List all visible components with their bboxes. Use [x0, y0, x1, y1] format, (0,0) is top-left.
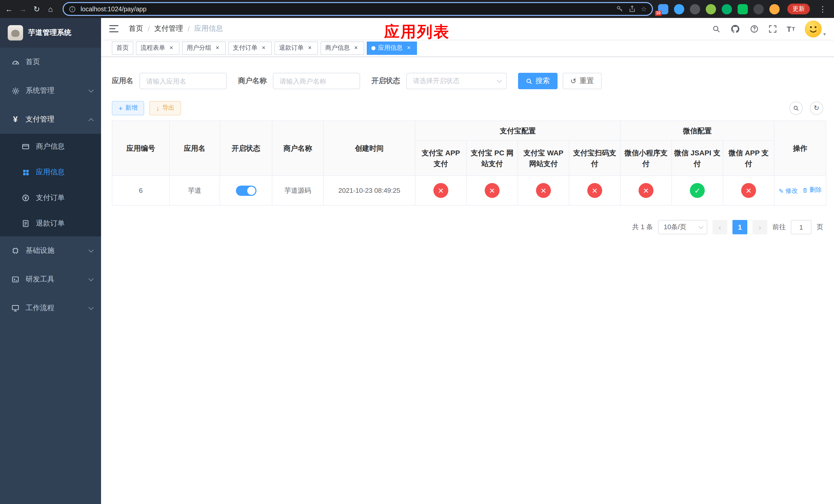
close-icon[interactable]: × — [168, 44, 175, 51]
reset-button[interactable]: ↺ 重置 — [563, 73, 601, 89]
col-alipay-app: 支付宝 APP 支付 — [415, 141, 466, 176]
wechat-mini-status-icon: ✕ — [639, 183, 654, 198]
refresh-icon: ↻ — [814, 104, 819, 112]
sidebar-item-dev-tools[interactable]: 研发工具 — [0, 265, 101, 294]
address-bar[interactable]: localhost:1024/pay/app ☆ — [63, 2, 653, 16]
sidebar-item-app-info[interactable]: 应用信息 — [0, 159, 101, 185]
logo-image — [8, 25, 23, 41]
download-icon: ↓ — [156, 104, 159, 112]
user-avatar[interactable]: ▾ — [805, 20, 826, 37]
col-wechat-app: 微信 APP 支付 — [723, 141, 774, 176]
tag-tabs-bar: 首页 流程表单 × 用户分组 × 支付订单 × 退款订单 × 商户信息 × 应用… — [101, 40, 834, 57]
site-info-icon[interactable] — [69, 5, 76, 13]
chevron-down-icon — [88, 247, 94, 252]
extension-icon[interactable] — [753, 4, 764, 14]
fullscreen-icon[interactable] — [768, 24, 777, 33]
status-toggle[interactable] — [236, 185, 256, 196]
extension-icon[interactable]: 10 — [658, 4, 668, 14]
extension-icon[interactable] — [738, 4, 748, 14]
app-logo[interactable]: 芋道管理系统 — [0, 18, 101, 48]
share-icon[interactable] — [629, 5, 636, 13]
page-unit-label: 页 — [816, 223, 823, 232]
reload-button[interactable]: ↻ — [30, 2, 44, 16]
extension-icon[interactable] — [690, 4, 700, 14]
cell-actions: ✎ 修改 删除 — [774, 176, 826, 205]
back-button[interactable]: ← — [2, 2, 16, 16]
goto-page-input[interactable] — [791, 220, 811, 234]
tab-home[interactable]: 首页 — [112, 41, 133, 54]
status-label: 开启状态 — [371, 76, 400, 86]
col-merchant: 商户名称 — [272, 121, 323, 176]
close-icon[interactable]: × — [260, 44, 267, 51]
url-text[interactable]: localhost:1024/pay/app — [81, 5, 612, 13]
col-actions: 操作 — [774, 121, 826, 176]
help-icon[interactable] — [750, 24, 758, 33]
tab-app-info[interactable]: 应用信息 × — [367, 41, 417, 54]
tab-process-form[interactable]: 流程表单 × — [136, 41, 179, 54]
page-1-button[interactable]: 1 — [732, 220, 747, 234]
home-button[interactable]: ⌂ — [44, 2, 58, 16]
prev-page-button[interactable]: ‹ — [712, 220, 727, 234]
sidebar-item-refund-orders[interactable]: 退款订单 — [0, 211, 101, 236]
search-icon[interactable] — [712, 24, 720, 33]
breadcrumb-home[interactable]: 首页 — [129, 24, 143, 33]
col-group-wechat: 微信配置 — [620, 121, 774, 141]
toggle-search-button[interactable] — [789, 101, 803, 115]
col-group-alipay: 支付宝配置 — [415, 121, 620, 141]
close-icon[interactable]: × — [214, 44, 221, 51]
chevron-down-icon — [698, 224, 703, 229]
add-button[interactable]: + 新增 — [112, 101, 144, 115]
extension-icon[interactable] — [706, 4, 716, 14]
forward-button[interactable]: → — [16, 2, 30, 16]
close-icon[interactable]: × — [306, 44, 313, 51]
extension-icon[interactable] — [722, 4, 732, 14]
status-select[interactable]: 请选择开启状态 — [406, 73, 507, 89]
extension-icon[interactable] — [674, 4, 684, 14]
sidebar-item-payment-orders[interactable]: 支付订单 — [0, 185, 101, 211]
app-title: 芋道管理系统 — [28, 28, 71, 38]
extension-icon[interactable] — [769, 4, 780, 14]
sidebar-item-merchant-info[interactable]: 商户信息 — [0, 134, 101, 159]
col-app-id: 应用编号 — [112, 121, 170, 176]
search-button[interactable]: 搜索 — [518, 73, 557, 89]
sidebar-item-system[interactable]: 系统管理 — [0, 76, 101, 105]
page-size-select[interactable]: 10条/页 — [658, 220, 707, 234]
cell-status — [220, 176, 272, 205]
chrome-update-button[interactable]: 更新 — [787, 4, 810, 14]
bookmark-star-icon[interactable]: ☆ — [641, 5, 647, 13]
tab-refund-orders[interactable]: 退款订单 × — [275, 41, 318, 54]
tab-payment-orders[interactable]: 支付订单 × — [228, 41, 272, 54]
refresh-button[interactable]: ↻ — [810, 101, 823, 115]
tab-merchant-info[interactable]: 商户信息 × — [321, 41, 364, 54]
app-name-input[interactable] — [139, 73, 227, 89]
sidebar-item-workflow[interactable]: 工作流程 — [0, 294, 101, 322]
collapse-sidebar-icon[interactable] — [109, 24, 119, 34]
app-header: 首页 / 支付管理 / 应用信息 TT ▾ — [101, 18, 834, 40]
sidebar-item-payment[interactable]: ¥ 支付管理 — [0, 105, 101, 134]
payment-submenu: 商户信息 应用信息 支付订单 退款订单 — [0, 134, 101, 236]
breadcrumb-payment[interactable]: 支付管理 — [154, 24, 183, 33]
close-icon[interactable]: × — [405, 44, 412, 51]
sidebar-item-infrastructure[interactable]: 基础设施 — [0, 236, 101, 265]
wechat-app-status-icon: ✕ — [741, 183, 756, 198]
extensions-area: 10 更新 ⋮ — [658, 4, 830, 14]
export-button[interactable]: ↓ 导出 — [149, 101, 181, 115]
edit-button[interactable]: ✎ 修改 — [778, 187, 797, 196]
github-icon[interactable] — [730, 24, 740, 33]
chevron-up-icon — [88, 118, 94, 123]
chevron-down-icon — [497, 78, 502, 83]
search-icon — [793, 105, 799, 111]
password-key-icon[interactable] — [616, 5, 624, 13]
merchant-name-input[interactable] — [273, 73, 360, 89]
next-page-button[interactable]: › — [752, 220, 767, 234]
tab-user-group[interactable]: 用户分组 × — [182, 41, 226, 54]
wechat-jsapi-status-icon: ✓ — [690, 183, 705, 198]
close-icon[interactable]: × — [352, 44, 359, 51]
total-count: 共 1 条 — [632, 223, 653, 232]
avatar-image — [805, 20, 822, 37]
table-toolbar: + 新增 ↓ 导出 ↻ — [112, 100, 823, 115]
browser-menu-icon[interactable]: ⋮ — [818, 4, 828, 14]
font-size-icon[interactable]: TT — [787, 24, 795, 33]
sidebar-item-home[interactable]: 首页 — [0, 48, 101, 76]
delete-button[interactable]: 删除 — [802, 186, 822, 194]
